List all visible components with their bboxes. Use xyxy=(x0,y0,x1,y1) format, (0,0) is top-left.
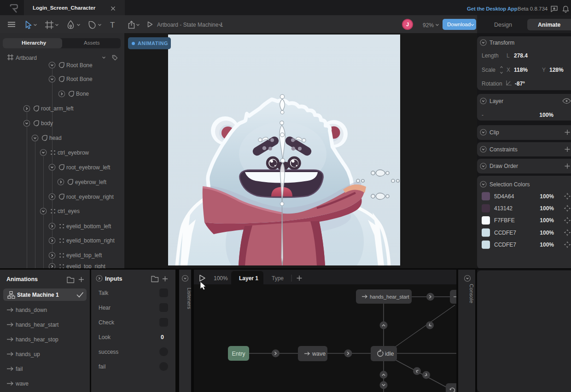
svg-text:root_eyebrow_right: root_eyebrow_right xyxy=(66,194,114,200)
svg-text:Y: Y xyxy=(542,67,546,73)
svg-text:State Machine 1: State Machine 1 xyxy=(17,292,59,298)
svg-text:X: X xyxy=(507,67,510,73)
svg-text:Layer 1: Layer 1 xyxy=(239,275,258,282)
svg-text:Animations: Animations xyxy=(6,276,38,282)
svg-text:Type: Type xyxy=(272,275,284,282)
svg-text:Talk: Talk xyxy=(99,290,109,296)
svg-text:hands_hear_start: hands_hear_start xyxy=(370,294,409,300)
svg-text:128%: 128% xyxy=(549,67,564,73)
svg-text:fail: fail xyxy=(99,363,105,370)
svg-text:-87°: -87° xyxy=(515,81,525,87)
svg-text:Selection Colors: Selection Colors xyxy=(489,181,530,188)
svg-text:ctrl_eyes: ctrl_eyes xyxy=(58,208,80,214)
svg-text:5D4A64: 5D4A64 xyxy=(494,193,514,200)
svg-text:L: L xyxy=(507,52,510,59)
svg-text:100%: 100% xyxy=(540,230,554,236)
svg-text:Clip: Clip xyxy=(489,129,499,136)
svg-text:root_eyebrow_left: root_eyebrow_left xyxy=(66,164,111,171)
svg-text:success: success xyxy=(99,349,118,355)
svg-text:100%: 100% xyxy=(214,275,228,282)
svg-text:hands_hear_stop: hands_hear_stop xyxy=(16,336,58,343)
svg-text:413142: 413142 xyxy=(494,205,513,212)
svg-text:0: 0 xyxy=(161,334,164,340)
svg-text:100%: 100% xyxy=(540,193,554,200)
svg-text:hands_hear_start: hands_hear_start xyxy=(16,322,59,328)
svg-text:wave: wave xyxy=(15,380,29,387)
svg-text:Root Bone: Root Bone xyxy=(66,62,93,69)
svg-text:Inputs: Inputs xyxy=(105,276,122,282)
svg-text:278.4: 278.4 xyxy=(514,52,528,59)
svg-text:idle: idle xyxy=(385,351,394,357)
svg-text:Scale: Scale xyxy=(482,67,495,73)
svg-text:Transform: Transform xyxy=(489,40,514,46)
svg-text:Length: Length xyxy=(482,52,499,59)
svg-text:Hear: Hear xyxy=(99,305,111,311)
svg-text:Listeners: Listeners xyxy=(186,288,192,309)
svg-text:Entry: Entry xyxy=(232,351,245,357)
svg-text:eyelid_bottom_right: eyelid_bottom_right xyxy=(66,237,115,244)
svg-text:root_arm_left: root_arm_left xyxy=(41,105,74,112)
svg-text:head: head xyxy=(49,135,62,141)
svg-text:100%: 100% xyxy=(540,205,554,212)
svg-text:100%: 100% xyxy=(540,242,554,248)
svg-text:-: - xyxy=(482,112,484,118)
svg-text:Bone: Bone xyxy=(76,91,89,97)
svg-text:eyelid_top_right: eyelid_top_right xyxy=(66,263,105,268)
svg-text:118%: 118% xyxy=(514,67,528,73)
svg-text:Rotation: Rotation xyxy=(482,81,502,87)
svg-text:Layer: Layer xyxy=(489,98,503,104)
svg-text:Look: Look xyxy=(99,334,111,340)
svg-text:100%: 100% xyxy=(540,217,554,224)
svg-text:ctrl_eyebrow: ctrl_eyebrow xyxy=(58,150,89,156)
svg-text:wave: wave xyxy=(312,351,326,357)
svg-text:Draw Order: Draw Order xyxy=(489,163,518,169)
svg-text:hands_up: hands_up xyxy=(16,351,40,357)
svg-text:body: body xyxy=(41,120,53,127)
svg-text:CCDFE7: CCDFE7 xyxy=(494,242,516,248)
svg-text:Root Bone: Root Bone xyxy=(66,76,93,82)
svg-text:fail: fail xyxy=(16,366,23,372)
svg-text:Constraints: Constraints xyxy=(489,146,518,153)
svg-text:eyelid_bottom_left: eyelid_bottom_left xyxy=(66,223,111,230)
svg-text:eyebrow_left: eyebrow_left xyxy=(75,179,107,185)
svg-text:100%: 100% xyxy=(539,112,554,118)
svg-text:F7FBFE: F7FBFE xyxy=(494,217,515,224)
svg-text:Console: Console xyxy=(469,284,474,303)
svg-text:CCDFE7: CCDFE7 xyxy=(494,230,516,236)
svg-text:eyelid_top_left: eyelid_top_left xyxy=(66,252,102,259)
svg-text:Check: Check xyxy=(99,319,115,326)
svg-text:hands_down: hands_down xyxy=(16,307,47,313)
